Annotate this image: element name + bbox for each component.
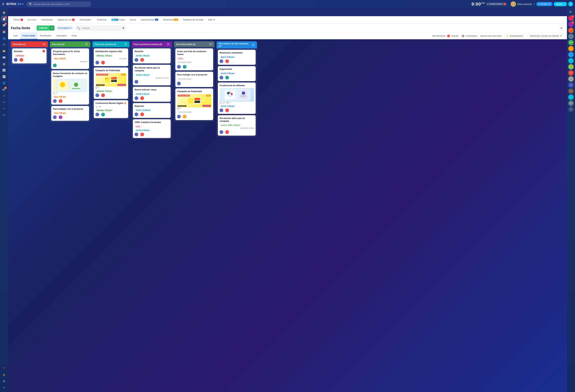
working-status[interactable]: TRABAJANDO 1 [486, 2, 507, 6]
sub-tab-planificador[interactable]: Planificador [38, 33, 54, 39]
favorite-icon[interactable]: ☆ [32, 27, 35, 29]
avatar [183, 65, 187, 69]
right-search-icon[interactable]: 🔍 [568, 9, 574, 15]
right-avatar-8[interactable] [568, 64, 574, 70]
avatar [135, 58, 138, 62]
sub-tab-calendario[interactable]: Calendario [54, 33, 69, 39]
refresh-icon[interactable]: ⟳ [22, 3, 24, 5]
card-title: Nuevo formulario de contacto en la págin… [53, 72, 87, 78]
right-add-contact[interactable]: + [568, 107, 574, 112]
sidebar-item-crm[interactable]: 🏷 [1, 42, 7, 48]
sidebar-item-drive[interactable]: 📁 [1, 48, 7, 54]
right-avatar-10[interactable] [568, 95, 574, 100]
tab-mas[interactable]: Más ▼ [206, 16, 217, 24]
app-logo: BITRIX 24 ⟳ [6, 2, 24, 6]
invitar-button[interactable]: Invitar + [554, 2, 567, 6]
mi-plan-button[interactable]: 🏷Mi plan▼ [536, 2, 552, 6]
user-name[interactable]: Elena Sanchez [517, 3, 532, 5]
hamburger-icon[interactable]: ☰ [2, 2, 4, 6]
card-avatars: › [135, 96, 169, 100]
marcar-todo-button[interactable]: Marcar todo como leído [480, 35, 502, 37]
search-input[interactable] [34, 3, 89, 5]
tab-proyectos[interactable]: Proyectos [95, 16, 109, 24]
col-esta-semana-add[interactable]: + [124, 42, 127, 46]
filter-pill-en-progreso[interactable]: En progreso ✕ [56, 26, 73, 30]
sidebar-item-help[interactable]: ❓ [1, 365, 7, 371]
filter-search-input[interactable] [81, 27, 121, 29]
search-filter-clear[interactable]: ✕ [122, 26, 124, 30]
sidebar-item-add[interactable]: + [1, 385, 7, 391]
sidebar-item-analytics[interactable]: 📊 [1, 67, 7, 73]
tab-papelera[interactable]: Papelera de reciclaje [181, 16, 206, 24]
sidebar-item-sm[interactable]: SM [1, 112, 7, 118]
arrow-icon: › [139, 113, 140, 116]
col-atrasado-add[interactable]: + [42, 42, 46, 46]
sidebar-item-automation[interactable]: ⚡ [1, 372, 7, 378]
tab-participante[interactable]: Participante [39, 16, 55, 24]
crear-button[interactable]: CREAR [37, 25, 50, 30]
crear-dropdown-button[interactable]: ▼ [49, 25, 54, 30]
right-avatar-5[interactable] [568, 46, 574, 51]
vacaciones-button[interactable]: Vacaciones, proceso de solicitud ▼ [527, 34, 564, 38]
sidebar-item-home[interactable]: 🏠 [1, 9, 7, 16]
sidebar-item-contacts[interactable]: 👥 [1, 35, 7, 41]
sidebar-item-ts[interactable]: TS [1, 106, 7, 112]
col-para-hoy-title: Para hoy (3) [52, 43, 64, 46]
avatar [219, 130, 223, 134]
col-dos-semanas-add[interactable]: + [251, 43, 255, 47]
right-avatar-ds[interactable]: DS [568, 88, 574, 94]
sidebar-item-gp[interactable]: GP [1, 99, 7, 105]
user-chevron[interactable]: ▼ [533, 3, 535, 5]
card-avatars: › [135, 113, 169, 116]
right-avatar-cm[interactable]: CM [568, 100, 574, 106]
sidebar-item-calendar[interactable]: 📅 [1, 29, 7, 35]
tab-flujos[interactable]: NUEVO Flujos [109, 16, 127, 24]
right-avatar-rp[interactable]: RP [568, 40, 574, 45]
sub-tab-fecha-limite[interactable]: Fecha límite [20, 33, 37, 39]
sub-tab-gantt[interactable]: Gantt [69, 33, 79, 39]
right-avatar-6[interactable] [568, 52, 574, 57]
sidebar-item-mail[interactable]: ✉️ [1, 54, 7, 60]
card-time-tag: - 13 horas [14, 54, 25, 57]
svg-point-27 [242, 91, 245, 95]
card-title: Conferencia Mundo Digital 🔥 [96, 102, 126, 105]
right-avatar-9[interactable] [568, 76, 574, 82]
tab-scrum[interactable]: Scrum [127, 16, 139, 24]
sidebar-item-chat[interactable]: 💬31 [1, 22, 7, 28]
col-proxima-semana-add[interactable]: + [166, 42, 170, 46]
user-avatar[interactable] [511, 1, 516, 7]
nav-search[interactable]: 🔍 [27, 2, 91, 7]
sidebar-item-inbox[interactable]: 📬39 [1, 86, 7, 93]
sidebar-item-robot[interactable]: 🤖 [1, 61, 7, 67]
sub-tab-lista[interactable]: Lista [11, 33, 20, 39]
vencido-label[interactable]: Vencido [451, 35, 458, 37]
sidebar-item-reports[interactable]: 📈 [1, 74, 7, 80]
right-avatar-7[interactable] [568, 58, 574, 63]
svg-point-0 [512, 2, 514, 4]
tab-observador[interactable]: Observador ‹ [77, 16, 95, 24]
tab-supervisando[interactable]: Supervisando 36 [139, 16, 161, 24]
right-avatar-pp[interactable]: PP [568, 70, 574, 75]
sidebar-item-tasks[interactable]: 📋1 [1, 16, 7, 22]
automatizacion-button[interactable]: ⚡ Automatización [504, 34, 526, 38]
tab-en-curso[interactable]: En curso [25, 16, 39, 24]
board-settings-button[interactable]: ⚙ [559, 25, 564, 31]
tab-tareas[interactable]: Tareas 1 [11, 16, 25, 24]
right-avatar-1[interactable]: 1 [568, 16, 574, 21]
right-avatar-2[interactable]: 5 [568, 22, 574, 27]
filter-pill-close[interactable]: ✕ [70, 27, 72, 29]
help-button[interactable]: ? [568, 2, 573, 6]
avatar [96, 61, 99, 64]
tab-eficiencia[interactable]: Eficiencia 87% [161, 16, 181, 24]
tab-fijadas[interactable]: Fijadas por mí 1 [55, 16, 77, 24]
sidebar-item-sites[interactable]: 🌐 [1, 80, 7, 86]
right-avatar-ap[interactable]: AP [568, 82, 574, 88]
right-avatar-4[interactable] [568, 34, 574, 39]
filter-search[interactable]: 🔍 ✕ [75, 26, 126, 30]
col-para-hoy-add[interactable]: + [85, 42, 88, 46]
col-sin-fecha-add[interactable]: + [209, 42, 213, 46]
right-avatar-3[interactable] [568, 28, 574, 33]
sidebar-item-code[interactable]: {} [1, 93, 7, 99]
comentarios-label[interactable]: Comentarios [466, 35, 477, 37]
sidebar-item-settings[interactable]: ⚙ [1, 378, 7, 384]
